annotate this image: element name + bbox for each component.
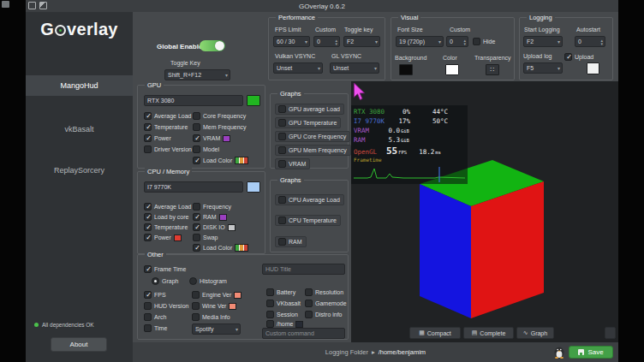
- hud-version-checkbox[interactable]: HUD Version: [144, 302, 188, 310]
- session-checkbox[interactable]: Session: [266, 311, 298, 318]
- histogram-radio[interactable]: Histogram: [189, 277, 227, 285]
- media-player-select[interactable]: Spotify▾: [192, 323, 241, 335]
- desktop-panel-icon[interactable]: [2, 1, 9, 8]
- vkbasalt-checkbox[interactable]: VKbasalt: [266, 300, 301, 307]
- gpu-power-checkbox[interactable]: Power: [144, 134, 171, 142]
- wine-ver-checkbox[interactable]: Wine Ver: [192, 302, 236, 310]
- gpu-temperature-checkbox[interactable]: Temperature: [144, 123, 188, 131]
- spinner-arrows-icon[interactable]: ▴▾: [600, 39, 603, 45]
- frame-time-checkbox[interactable]: Frame Time: [144, 265, 186, 273]
- fps-checkbox[interactable]: FPS: [144, 291, 166, 299]
- engine-ver-checkbox[interactable]: Engine Ver: [192, 291, 242, 299]
- time-checkbox[interactable]: Time: [144, 324, 167, 332]
- start-logging-select[interactable]: F2▾: [523, 36, 563, 47]
- graph-ram-checkbox[interactable]: RAM: [275, 236, 307, 247]
- toggle-key-label: Toggle Key: [170, 60, 200, 66]
- fps-custom-spinner[interactable]: 0▴▾: [313, 36, 340, 47]
- vram-color-swatch[interactable]: [223, 135, 230, 142]
- cpu-power-checkbox[interactable]: Power: [144, 234, 182, 241]
- gpu-load-color-checkbox[interactable]: Load Color: [193, 157, 248, 164]
- fps-toggle-key-select[interactable]: F2▾: [343, 36, 380, 47]
- sidebar: Gverlay MangoHud vkBasalt ReplaySorcery …: [26, 12, 133, 362]
- gpu-mem-frequency-checkbox[interactable]: Mem Frequency: [193, 123, 247, 131]
- graph-gpu-mem-frequency-checkbox[interactable]: GPU Mem Frequency: [275, 145, 351, 156]
- graph-cpu-temperature-checkbox[interactable]: CPU Temperature: [275, 215, 341, 226]
- graph-button[interactable]: ∿Graph: [516, 327, 554, 339]
- ram-checkbox[interactable]: RAM: [193, 213, 227, 221]
- custom-command-input[interactable]: [262, 328, 345, 339]
- save-button[interactable]: Save: [569, 346, 613, 359]
- wine-color-swatch[interactable]: [229, 303, 236, 310]
- text-color-swatch[interactable]: [445, 64, 459, 75]
- arch-checkbox[interactable]: Arch: [144, 313, 166, 321]
- autostart-spinner[interactable]: 0▴▾: [575, 36, 605, 47]
- global-enable-toggle[interactable]: [200, 40, 225, 51]
- power-color-swatch[interactable]: [174, 234, 182, 241]
- upload-file-button[interactable]: [587, 62, 599, 74]
- desktop: GOverlay 0.6.2 Gverlay MangoHud vkBasalt…: [0, 0, 644, 362]
- spinner-arrows-icon[interactable]: ▴▾: [335, 39, 337, 45]
- vulkan-vsync-select[interactable]: Unset▾: [273, 62, 323, 74]
- upload-checkbox[interactable]: Upload: [564, 53, 593, 61]
- fps-limit-select[interactable]: 60 / 30▾: [273, 36, 310, 47]
- group-title: Logging: [527, 14, 555, 21]
- graph-gpu-core-frequency-checkbox[interactable]: GPU Core Frequency: [275, 131, 350, 142]
- transparency-button[interactable]: ∷: [486, 64, 499, 75]
- font-custom-spinner[interactable]: 0▴▾: [446, 36, 468, 47]
- cpu-frequency-checkbox[interactable]: Frequency: [193, 203, 231, 211]
- hud-gpu-load: 0%: [397, 108, 410, 116]
- spinner-arrows-icon[interactable]: ▴▾: [463, 39, 466, 45]
- ram-color-swatch[interactable]: [219, 214, 227, 221]
- disk-io-color-swatch[interactable]: [228, 224, 236, 231]
- home-checkbox[interactable]: /home: [266, 320, 303, 328]
- graph-gpu-temperature-checkbox[interactable]: GPU Temperature: [275, 117, 341, 128]
- home-color-swatch[interactable]: [295, 321, 303, 328]
- graph-gpu-average-load-checkbox[interactable]: GPU average Load: [275, 104, 344, 115]
- complete-button[interactable]: ▤Complete: [463, 327, 514, 339]
- about-button[interactable]: About: [51, 337, 107, 352]
- distro-info-checkbox[interactable]: Distro info: [305, 311, 343, 318]
- swap-checkbox[interactable]: Swap: [193, 234, 218, 241]
- sidebar-item-vkbasalt[interactable]: vkBasalt: [26, 121, 133, 138]
- background-color-swatch[interactable]: [399, 64, 413, 75]
- gamemode-checkbox[interactable]: Gamemode: [305, 300, 347, 307]
- upload-log-select[interactable]: F5▾: [523, 62, 563, 74]
- font-size-select[interactable]: 19 (720p)▾: [396, 36, 444, 47]
- load-color-swatch[interactable]: [235, 244, 248, 252]
- logo-o-icon: [55, 25, 66, 36]
- gpu-model-checkbox[interactable]: Model: [193, 145, 219, 153]
- hide-checkbox[interactable]: Hide: [473, 38, 495, 45]
- compact-button[interactable]: ▦Compact: [409, 327, 461, 339]
- gpu-color-swatch[interactable]: [247, 95, 260, 106]
- load-color-swatch[interactable]: [235, 157, 248, 164]
- engine-color-swatch[interactable]: [234, 292, 242, 299]
- logo-text-g: G: [40, 20, 54, 39]
- disk-io-checkbox[interactable]: DISK IO: [193, 223, 236, 231]
- gpu-name-input[interactable]: [144, 95, 243, 106]
- graph-cpu-average-load-checkbox[interactable]: CPU Average Load: [275, 194, 344, 205]
- cpu-load-color-checkbox[interactable]: Load Color: [193, 244, 248, 252]
- graph-vram-checkbox[interactable]: VRAM: [275, 158, 310, 169]
- cpu-color-swatch[interactable]: [247, 181, 260, 193]
- resolution-checkbox[interactable]: Resolution: [305, 288, 343, 296]
- gpu-average-load-checkbox[interactable]: Average Load: [144, 112, 191, 120]
- battery-checkbox[interactable]: Battery: [266, 288, 295, 296]
- toggle-key-select[interactable]: Shift_R+F12▾: [164, 69, 230, 80]
- cpu-name-input[interactable]: [144, 181, 243, 193]
- sidebar-item-mangohud[interactable]: MangoHud: [26, 75, 133, 96]
- titlebar[interactable]: GOverlay 0.6.2: [26, 0, 618, 12]
- cpu-average-load-checkbox[interactable]: Average Load: [144, 203, 191, 211]
- logging-folder-path[interactable]: /home/benjamim: [379, 348, 426, 356]
- sidebar-item-replaysorcery[interactable]: ReplaySorcery: [26, 162, 133, 179]
- gl-vsync-select[interactable]: Unset▾: [330, 62, 379, 74]
- checkbox-icon: [192, 302, 200, 310]
- graph-radio[interactable]: Graph: [152, 277, 178, 285]
- gpu-driver-version-checkbox[interactable]: Driver Version: [144, 145, 192, 153]
- hud-title-input[interactable]: [262, 264, 345, 275]
- media-info-checkbox[interactable]: Media Info: [192, 313, 230, 321]
- gpu-vram-checkbox[interactable]: VRAM: [193, 134, 230, 142]
- cpu-load-by-core-checkbox[interactable]: Load by core: [144, 213, 188, 221]
- resize-grip[interactable]: [605, 327, 616, 339]
- gpu-core-frequency-checkbox[interactable]: Core Frequency: [193, 112, 246, 120]
- cpu-temperature-checkbox[interactable]: Temperature: [144, 223, 188, 231]
